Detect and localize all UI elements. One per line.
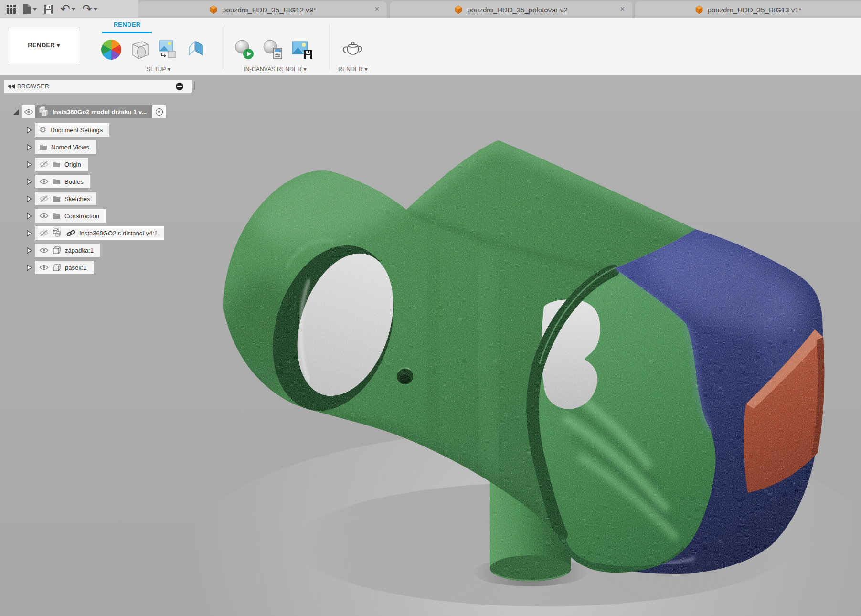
activate-component-radio-icon[interactable] — [152, 105, 166, 118]
link-icon — [66, 229, 75, 237]
capture-image-icon — [290, 39, 314, 61]
tree-row-construction[interactable]: Construction — [26, 209, 106, 223]
texture-map-icon — [185, 39, 205, 61]
expander-collapsed-icon[interactable] — [26, 144, 32, 151]
expander-collapsed-icon[interactable] — [26, 212, 32, 220]
scene-settings-button[interactable] — [128, 39, 150, 61]
in-canvas-render-settings-button[interactable] — [262, 39, 284, 61]
row-label: Insta360GO2 s distancí v4:1 — [79, 230, 158, 237]
root-component[interactable]: Insta360Go2 modul držáku 1 v... — [35, 105, 152, 118]
texture-map-controls-button[interactable] — [185, 39, 205, 61]
redo-icon[interactable]: ↷ — [82, 4, 97, 14]
in-canvas-render-icon — [233, 39, 255, 61]
new-file-icon[interactable] — [22, 3, 37, 15]
expander-collapsed-icon[interactable] — [26, 161, 32, 168]
quick-access-toolbar: ↶ ↷ — [0, 0, 138, 18]
toolbar-divider — [225, 24, 225, 70]
tree-row-root[interactable]: Insta360Go2 modul držáku 1 v... — [12, 105, 166, 118]
in-canvas-render-settings-icon — [262, 39, 284, 61]
tree-row-document-settings[interactable]: ⚙Document Settings — [26, 123, 109, 137]
eye-icon[interactable] — [39, 212, 49, 219]
chevron-down-icon — [72, 8, 75, 11]
visibility-eye-icon[interactable] — [22, 105, 35, 118]
eye-icon[interactable] — [39, 247, 49, 254]
expander-collapsed-icon[interactable] — [26, 178, 32, 185]
group-label-render[interactable]: RENDER ▾ — [327, 66, 379, 73]
expander-expanded-icon[interactable] — [12, 108, 19, 116]
group-label-setup[interactable]: SETUP ▾ — [108, 66, 209, 73]
eye-off-icon[interactable] — [39, 230, 49, 236]
workspace-selector-button[interactable]: RENDER ▾ — [8, 27, 80, 63]
panel-resize-handle[interactable] — [194, 81, 195, 90]
row-label: západka:1 — [65, 247, 94, 254]
collapse-panel-icon[interactable] — [8, 84, 15, 89]
appearance-wheel-icon — [101, 40, 121, 60]
render-teapot-icon — [340, 39, 366, 60]
ribbon-toolbar: RENDER ▾ RENDER — [0, 18, 861, 75]
eye-icon[interactable] — [39, 264, 49, 271]
expander-collapsed-icon[interactable] — [26, 247, 32, 254]
in-canvas-render-button[interactable] — [233, 39, 255, 61]
toolbar-divider — [330, 24, 330, 70]
tree-row-linked-component[interactable]: Insta360GO2 s distancí v4:1 — [26, 226, 164, 240]
tree-row-zapadka[interactable]: západka:1 — [26, 244, 100, 257]
document-tab[interactable]: pouzdro_HDD_35_polotovar v2 × — [390, 1, 632, 18]
folder-icon — [53, 178, 61, 185]
decal-button[interactable] — [157, 39, 179, 61]
row-label: Bodies — [64, 178, 84, 185]
eye-icon[interactable] — [39, 178, 49, 185]
viewport-canvas[interactable] — [0, 75, 861, 616]
ribbon-tab-render[interactable]: RENDER — [102, 21, 152, 28]
tab-label: pouzdro_HDD_35_BIG13 v1* — [708, 6, 802, 14]
component-icon — [53, 228, 63, 238]
folder-icon — [53, 212, 61, 219]
document-tab[interactable]: pouzdro_HDD_35_BIG13 v1* — [635, 1, 861, 18]
tab-label: pouzdro_HDD_35_polotovar v2 — [467, 6, 567, 14]
body-cube-icon — [53, 263, 61, 272]
chevron-down-icon — [33, 8, 37, 11]
expander-collapsed-icon[interactable] — [26, 230, 32, 237]
expander-collapsed-icon[interactable] — [26, 195, 32, 202]
eye-off-icon[interactable] — [39, 161, 49, 168]
close-icon[interactable]: × — [620, 5, 625, 13]
eye-off-icon[interactable] — [39, 195, 49, 202]
tree-row-origin[interactable]: Origin — [26, 158, 88, 171]
row-label: Named Views — [51, 144, 89, 151]
collapse-all-icon[interactable] — [176, 83, 183, 90]
app-grid-icon[interactable] — [7, 5, 16, 14]
ribbon-tab-underline — [102, 32, 152, 33]
document-cube-icon — [695, 5, 703, 14]
expander-collapsed-icon[interactable] — [26, 264, 32, 271]
tree-row-bodies[interactable]: Bodies — [26, 175, 90, 188]
browser-title: BROWSER — [17, 83, 49, 90]
file-icon — [22, 3, 32, 15]
appearance-button[interactable] — [101, 40, 121, 60]
decal-icon — [157, 39, 179, 61]
gear-icon: ⚙ — [39, 126, 46, 134]
document-cube-icon — [454, 5, 463, 14]
row-label: Sketches — [64, 195, 90, 202]
group-label-in-canvas-render[interactable]: IN-CANVAS RENDER ▾ — [224, 66, 326, 73]
root-label: Insta360Go2 modul držáku 1 v... — [53, 108, 147, 116]
tree-row-sketches[interactable]: Sketches — [26, 192, 96, 205]
body-cube-icon — [53, 246, 61, 255]
component-icon — [38, 106, 49, 117]
row-label: Construction — [64, 212, 99, 220]
expander-collapsed-icon[interactable] — [26, 127, 32, 134]
browser-header[interactable]: BROWSER — [4, 80, 192, 93]
render-scene — [0, 75, 861, 616]
close-icon[interactable]: × — [375, 5, 379, 13]
render-button[interactable] — [340, 39, 366, 60]
floppy-icon — [43, 4, 53, 14]
tab-label: pouzdro_HDD_35_BIG12 v9* — [222, 6, 316, 14]
tree-row-pasek[interactable]: pásek:1 — [26, 261, 94, 274]
row-label: pásek:1 — [65, 264, 87, 271]
capture-image-button[interactable] — [290, 39, 314, 61]
undo-icon[interactable]: ↶ — [60, 4, 75, 14]
save-icon[interactable] — [43, 4, 53, 14]
tree-row-named-views[interactable]: Named Views — [26, 140, 96, 154]
document-cube-icon — [209, 5, 218, 14]
document-tab[interactable]: pouzdro_HDD_35_BIG12 v9* × — [138, 1, 387, 18]
row-label: Document Settings — [50, 127, 103, 134]
document-tab-bar: ↶ ↷ pouzdro_HDD_35_BIG12 v9* × pouzdro_H… — [0, 0, 861, 18]
